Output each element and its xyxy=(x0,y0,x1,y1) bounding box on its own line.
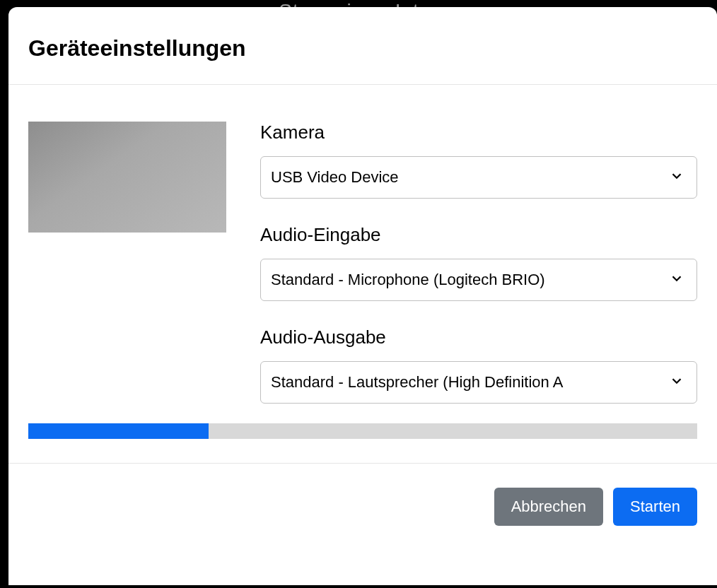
audio-output-setting: Audio-Ausgabe Standard - Lautsprecher (H… xyxy=(260,327,697,404)
modal-footer: Abbrechen Starten xyxy=(8,463,717,526)
camera-setting: Kamera USB Video Device xyxy=(260,122,697,199)
audio-output-label: Audio-Ausgabe xyxy=(260,327,697,348)
modal-header: Geräteeinstellungen xyxy=(8,7,717,85)
modal-body: Kamera USB Video Device Audio-Eingabe St… xyxy=(8,85,717,418)
audio-input-setting: Audio-Eingabe Standard - Microphone (Log… xyxy=(260,224,697,301)
audio-input-select[interactable]: Standard - Microphone (Logitech BRIO) xyxy=(260,259,697,301)
camera-select-wrapper: USB Video Device xyxy=(260,156,697,199)
device-settings-modal: Geräteeinstellungen Kamera USB Video Dev… xyxy=(8,7,717,585)
audio-output-select-wrapper: Standard - Lautsprecher (High Definition… xyxy=(260,361,697,404)
settings-column: Kamera USB Video Device Audio-Eingabe St… xyxy=(260,122,697,404)
camera-preview xyxy=(28,122,226,233)
audio-level-fill xyxy=(28,423,209,439)
audio-input-select-wrapper: Standard - Microphone (Logitech BRIO) xyxy=(260,259,697,301)
modal-title: Geräteeinstellungen xyxy=(28,35,697,61)
audio-level-meter xyxy=(28,423,697,439)
audio-input-label: Audio-Eingabe xyxy=(260,224,697,246)
audio-output-select[interactable]: Standard - Lautsprecher (High Definition… xyxy=(260,361,697,404)
camera-select[interactable]: USB Video Device xyxy=(260,156,697,199)
camera-label: Kamera xyxy=(260,122,697,143)
start-button[interactable]: Starten xyxy=(613,488,697,526)
cancel-button[interactable]: Abbrechen xyxy=(494,488,603,526)
